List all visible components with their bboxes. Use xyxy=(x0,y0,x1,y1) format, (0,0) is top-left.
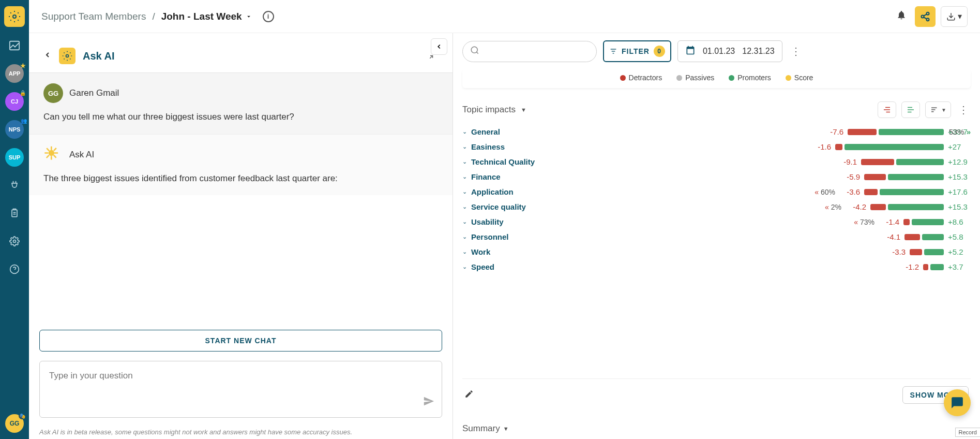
nav-sup[interactable]: SUP xyxy=(5,148,24,167)
expand-icon[interactable]: ⌄ xyxy=(462,203,467,210)
trend-badge: « 73% xyxy=(838,218,875,226)
send-icon[interactable] xyxy=(423,396,434,410)
topic-row[interactable]: ⌄Usability« 73%-1.4+8.6 xyxy=(462,214,971,229)
question-input-box[interactable] xyxy=(39,361,442,418)
impact-bars xyxy=(848,129,944,135)
topic-row[interactable]: ⌄Work-3.3+5.2 xyxy=(462,244,971,259)
topic-row[interactable]: ⌄Speed-1.2+3.7 xyxy=(462,259,971,274)
nav-app[interactable]: APP ★ xyxy=(5,64,24,83)
topic-name: General xyxy=(471,127,554,136)
negative-value: -9.1 xyxy=(836,157,857,166)
svg-rect-1 xyxy=(10,41,19,50)
info-icon[interactable]: i xyxy=(263,11,274,22)
chevron-down-icon: ▼ xyxy=(503,426,509,432)
record-tab[interactable]: Record xyxy=(955,428,980,437)
nav-cj[interactable]: CJ 🔒 xyxy=(5,92,24,111)
user-avatar[interactable]: GG 🎭 xyxy=(5,414,24,433)
nav-plugin[interactable] xyxy=(5,176,24,195)
align-right-button[interactable] xyxy=(878,101,896,118)
topics-more-icon[interactable]: ⋮ xyxy=(956,101,971,118)
breadcrumb-current[interactable]: John - Last Week xyxy=(161,11,252,22)
expand-icon[interactable]: ⌄ xyxy=(462,218,467,225)
topic-row[interactable]: ⌄Service quality« 2%-4.2+15.3 xyxy=(462,199,971,214)
chevron-down-icon[interactable]: ▼ xyxy=(521,107,526,113)
nav-nps[interactable]: NPS 👥 xyxy=(5,120,24,139)
app-logo[interactable] xyxy=(4,6,25,27)
nav-dashboard[interactable] xyxy=(5,36,24,55)
negative-value: -1.4 xyxy=(879,217,899,226)
score-dot xyxy=(786,75,791,81)
topic-row[interactable]: ⌄Finance-5.9+15.3 xyxy=(462,169,971,184)
notification-icon[interactable] xyxy=(893,7,910,26)
end-percent: 53% » xyxy=(949,127,971,136)
mask-icon: 🎭 xyxy=(19,412,26,419)
impact-bars xyxy=(864,174,944,180)
back-arrow-icon[interactable] xyxy=(43,51,52,62)
date-range[interactable]: 01.01.23 12.31.23 xyxy=(677,40,782,62)
topics-title[interactable]: Topic impacts xyxy=(462,105,516,115)
negative-value: -1.6 xyxy=(810,142,831,151)
start-new-chat-button[interactable]: START NEW CHAT xyxy=(39,330,442,352)
expand-icon[interactable]: ⌄ xyxy=(462,264,467,270)
positive-value: +5.8 xyxy=(948,232,971,241)
topic-row[interactable]: ⌄Technical Quality-9.1+12.9 xyxy=(462,154,971,169)
filter-button[interactable]: FILTER 0 xyxy=(603,40,671,62)
svg-point-10 xyxy=(66,55,69,57)
edit-icon[interactable] xyxy=(464,389,474,401)
nav-settings[interactable] xyxy=(5,232,24,251)
expand-icon[interactable]: ⌄ xyxy=(462,173,467,180)
expand-icon[interactable]: ⌄ xyxy=(462,158,467,165)
chat-widget-button[interactable] xyxy=(944,389,971,416)
impact-bars xyxy=(870,204,944,210)
expand-icon[interactable]: ⌄ xyxy=(462,128,467,135)
search-box[interactable] xyxy=(462,41,597,62)
promoter-dot xyxy=(729,75,734,81)
topic-name: Application xyxy=(471,187,554,196)
nav-help[interactable] xyxy=(5,260,24,279)
summary-card[interactable]: Summary ▼ xyxy=(462,418,971,439)
impact-bars xyxy=(861,159,944,165)
negative-value: -7.6 xyxy=(823,127,843,136)
filter-count: 0 xyxy=(654,46,665,57)
topic-row[interactable]: ⌄Easiness-1.6+27 xyxy=(462,139,971,154)
question-input[interactable] xyxy=(49,371,432,391)
negative-value: -3.3 xyxy=(885,247,906,256)
topics-card: Topic impacts ▼ ▼ ⋮ ⌄General-7.6+3 xyxy=(462,97,971,411)
svg-point-6 xyxy=(922,15,924,18)
chevron-down-icon xyxy=(245,13,252,20)
svg-point-0 xyxy=(13,15,16,18)
sort-button[interactable]: ▼ xyxy=(925,101,951,118)
expand-icon[interactable]: ⌄ xyxy=(462,233,467,240)
share-button[interactable] xyxy=(915,6,936,27)
positive-value: +15.3 xyxy=(948,202,971,211)
impact-bars xyxy=(904,234,944,240)
expand-icon[interactable]: ⌄ xyxy=(462,248,467,255)
impact-bars xyxy=(835,144,944,150)
date-to: 12.31.23 xyxy=(742,47,774,56)
ask-ai-title: Ask AI xyxy=(83,50,115,62)
negative-value: -5.9 xyxy=(839,172,860,181)
topic-name: Easiness xyxy=(471,142,554,151)
topic-row[interactable]: ⌄General-7.6+33.753% » xyxy=(462,124,971,139)
more-options-icon[interactable]: ⋮ xyxy=(789,43,803,60)
nav-clipboard[interactable] xyxy=(5,204,24,223)
negative-value: -1.2 xyxy=(898,262,919,271)
expand-icon[interactable]: ⌄ xyxy=(462,143,467,150)
align-left-button[interactable] xyxy=(901,101,920,118)
topic-row[interactable]: ⌄Personnel-4.1+5.8 xyxy=(462,229,971,244)
filter-icon xyxy=(609,47,617,55)
collapse-left-button[interactable] xyxy=(431,38,447,55)
breadcrumb-parent[interactable]: Support Team Members xyxy=(41,11,146,22)
expand-icon[interactable]: ⌄ xyxy=(462,188,467,195)
chat-area[interactable]: GG Garen Gmail Can you tell me what our … xyxy=(29,72,453,324)
topic-name: Personnel xyxy=(471,232,554,241)
positive-value: +27 xyxy=(948,142,971,151)
main-content: Support Team Members / John - Last Week … xyxy=(29,0,980,439)
download-button[interactable]: ▾ xyxy=(941,6,968,27)
passive-dot xyxy=(676,75,682,81)
svg-point-7 xyxy=(927,18,929,21)
topic-row[interactable]: ⌄Application« 60%-3.6+17.6 xyxy=(462,184,971,199)
lock-icon: 🔒 xyxy=(20,90,26,96)
topic-name: Finance xyxy=(471,172,554,181)
breadcrumb-separator: / xyxy=(152,11,155,22)
